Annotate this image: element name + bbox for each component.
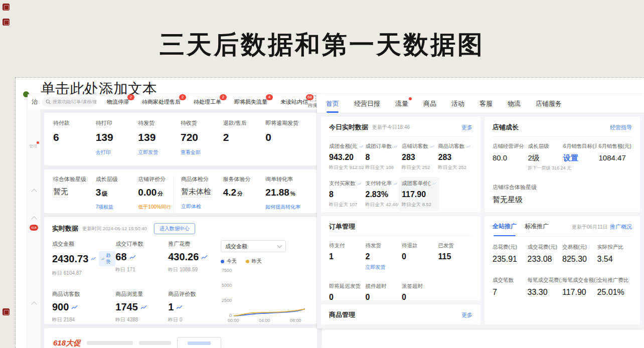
experience-link[interactable]: 如何提高转化率 xyxy=(265,204,308,211)
realtime-title: 实时数据 xyxy=(52,224,78,233)
top-nav-tab[interactable]: 活动 xyxy=(451,94,464,113)
tab-standard-promotion[interactable]: 标准推广 xyxy=(525,222,549,232)
app-icon[interactable] xyxy=(3,19,10,26)
todo-label: 即将逾期发货 xyxy=(265,119,308,127)
trend-badge[interactable]: 趋势 xyxy=(99,251,116,266)
sidebar-promo-badge[interactable]: 618 xyxy=(30,225,38,231)
legend-today[interactable]: 今天 xyxy=(221,258,237,265)
metric: 商品访客数 900 昨日 2184 xyxy=(52,290,115,324)
todo-label: 待付款 xyxy=(53,119,96,127)
experience-label: 商品体检分 xyxy=(181,176,223,183)
experience-value-number: 0.00 xyxy=(138,187,156,198)
stat-value[interactable]: 2级 xyxy=(528,153,562,163)
top-nav-tab[interactable]: 客服 xyxy=(479,94,493,113)
data-center-button[interactable]: 进入数据中心 xyxy=(154,223,195,234)
experience-item: 询单转化率 21.88% 如何提高转化率 xyxy=(265,176,308,213)
stat-value[interactable]: 80.0 xyxy=(493,153,526,162)
stat-label: 待发货 xyxy=(366,242,400,249)
stat-action-link[interactable]: 立即发货 xyxy=(366,264,400,271)
experience-link[interactable]: 7项权益 xyxy=(96,204,138,211)
mini-chart-panel: 成交金额 今天 昨天 7500500025000 xyxy=(221,240,309,324)
legend-label: 今天 xyxy=(227,258,237,265)
metric-value: 2430.73 xyxy=(52,253,88,265)
chevron-up-icon[interactable] xyxy=(31,216,37,222)
trend-icon[interactable] xyxy=(466,145,470,148)
top-nav-tab[interactable]: 物流 xyxy=(508,94,521,113)
stat-sub-note: 距下一层级 316.24 元 xyxy=(528,165,562,171)
experience-item: 商品体检分 暂未体检 立即体检 xyxy=(174,176,223,213)
trend-icon[interactable] xyxy=(430,145,434,148)
search-input[interactable]: 搜索功能/订单/课程/规则/帮助/服务 xyxy=(42,97,97,107)
metric: 成交金额 2430.73 趋势 昨日 6104.87 xyxy=(52,240,115,278)
chevron-up-icon[interactable] xyxy=(31,301,37,307)
stat-cell: 全站推广费比 25.01% xyxy=(597,277,632,297)
todo-label: 待打印 xyxy=(96,119,138,127)
trend-icon[interactable] xyxy=(432,182,436,186)
top-nav-tab[interactable]: 流量 xyxy=(395,94,408,113)
experience-value: 暂未体检 xyxy=(181,187,211,198)
topbar-nav-item[interactable]: 待处理工单 2 xyxy=(194,98,221,106)
topbar-nav-item[interactable]: 即将损失流量 4 xyxy=(234,98,267,106)
promotion-overview-link[interactable]: 推广概况 xyxy=(610,223,632,231)
topbar-nav-item[interactable]: 待商家处理售后 2 xyxy=(142,98,181,106)
placeholder-text-bar xyxy=(188,341,211,345)
shop-growth-card: 店铺成长 经营指导 店铺经营评分 80.0 xyxy=(485,117,640,212)
trend-icon[interactable] xyxy=(359,145,364,148)
stat-value: 3.54 xyxy=(597,255,632,264)
y-tick: 0 xyxy=(221,313,232,318)
topbar-nav-item[interactable]: 未读站内信 68 xyxy=(280,98,308,106)
today-more-link[interactable]: 更多 xyxy=(461,124,472,131)
goods-more-link[interactable]: 更多 xyxy=(461,311,472,319)
stat-cell: 派签超时 0 xyxy=(402,283,436,300)
stat-value: 2 xyxy=(366,252,400,261)
stat-previous: 昨日全天 42.46% xyxy=(366,202,400,208)
today-metrics: 成团金额(元) 943.20 昨日全天 912.02 成团订单数 xyxy=(329,143,472,208)
chart-metric-select[interactable]: 成交金额 xyxy=(221,240,286,252)
chevron-up-icon[interactable] xyxy=(31,189,37,194)
promotion-card: 全站推广 标准推广 更新于06月11日 推广概况 总花费(元) 235.91 xyxy=(485,216,640,324)
trend-icon[interactable] xyxy=(71,305,78,310)
app-icon[interactable] xyxy=(3,4,10,11)
trend-icon[interactable] xyxy=(176,305,183,310)
trend-icon[interactable] xyxy=(91,256,96,261)
top-nav-tab[interactable]: 首页 xyxy=(326,94,339,113)
metric-value-row: 1 xyxy=(168,301,221,313)
stat-value[interactable]: 1084.47 xyxy=(599,153,632,162)
experience-value-number: 4.2 xyxy=(223,187,236,198)
sidebar-item-label[interactable]: 管理 xyxy=(29,143,37,149)
metric-value: 900 xyxy=(52,301,69,313)
experience-link[interactable]: 立即体检 xyxy=(181,203,223,210)
top-nav-tab[interactable]: 经营日报 xyxy=(354,94,380,113)
chart-metric-selected: 成交金额 xyxy=(225,243,247,250)
stat-label: 成交笔数 xyxy=(493,277,528,284)
trend-icon[interactable] xyxy=(201,255,208,260)
promo-banner-button[interactable] xyxy=(177,337,221,348)
trend-icon[interactable] xyxy=(393,145,398,148)
todo-action-link[interactable]: 立即发货 xyxy=(138,149,181,156)
trend-icon[interactable] xyxy=(140,305,147,310)
trend-icon[interactable] xyxy=(393,182,398,186)
app-icon[interactable] xyxy=(3,308,10,315)
top-nav-tab[interactable]: 商品 xyxy=(423,94,436,113)
stat-value[interactable]: 设置 xyxy=(563,153,597,163)
left-sidebar[interactable]: 管理 618 xyxy=(28,109,41,348)
notification-badge: 2 xyxy=(220,94,227,100)
trend-icon[interactable] xyxy=(357,182,362,186)
stat-cell: 待支付 1 xyxy=(329,242,364,271)
y-tick: 2500 xyxy=(221,298,232,303)
growth-title: 店铺成长 xyxy=(493,123,519,132)
top-nav-tab[interactable]: 店铺服务 xyxy=(536,94,562,113)
trend-icon[interactable] xyxy=(129,255,136,260)
topbar-nav-item[interactable]: 物流停滞 2 xyxy=(107,98,129,106)
stat-cell: 已发货 115 xyxy=(438,242,473,271)
stat-cell: 成交笔数 7 xyxy=(493,277,528,297)
legend-dot xyxy=(246,260,249,263)
todo-action-link[interactable]: 查看全部 xyxy=(181,149,223,156)
todo-action-link[interactable]: 去打印 xyxy=(96,149,138,156)
legend-yesterday[interactable]: 昨天 xyxy=(246,258,262,265)
line-chart: 7500500025000 00:0004:0008:00 xyxy=(221,269,309,324)
stat-previous: 昨日全天 252 xyxy=(402,164,436,171)
tab-sitewide-promotion[interactable]: 全站推广 xyxy=(493,222,517,232)
x-tick: 08:00 xyxy=(290,318,301,323)
growth-guide-link[interactable]: 经营指导 xyxy=(610,124,632,131)
